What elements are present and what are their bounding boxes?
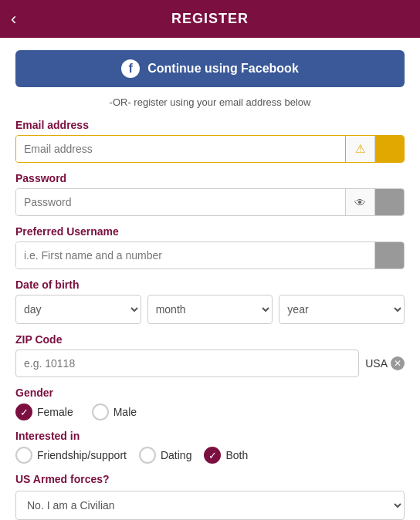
email-input[interactable]	[16, 136, 345, 162]
email-help-icon[interactable]	[374, 136, 404, 162]
gender-label: Gender	[15, 387, 405, 399]
email-warning-icon[interactable]: ⚠	[345, 136, 374, 162]
email-label: Email address	[15, 119, 405, 131]
form-content: f Continue using Facebook -OR- register …	[0, 38, 420, 520]
facebook-button[interactable]: f Continue using Facebook	[15, 50, 405, 87]
interested-friendship-option[interactable]: Friendship/support	[15, 447, 127, 464]
dob-label: Date of birth	[15, 279, 405, 291]
gender-female-label: Female	[37, 406, 73, 418]
gender-group: Female Male	[15, 404, 405, 420]
zip-input[interactable]	[15, 349, 359, 377]
interested-group: Friendship/support Dating Both	[15, 447, 405, 464]
zip-wrapper: USA ✕	[15, 349, 405, 377]
interested-dating-radio[interactable]	[139, 447, 156, 464]
dob-month-select[interactable]: month	[147, 295, 273, 324]
gender-female-option[interactable]: Female	[15, 404, 73, 420]
interested-dating-label: Dating	[161, 449, 191, 461]
zip-label: ZIP Code	[15, 333, 405, 346]
interested-friendship-radio[interactable]	[15, 447, 32, 464]
password-help-icon[interactable]	[374, 189, 404, 215]
interested-both-option[interactable]: Both	[204, 447, 248, 464]
dob-year-select[interactable]: year	[279, 295, 405, 324]
username-help-icon[interactable]	[374, 242, 404, 268]
zip-country-label: USA	[365, 357, 388, 370]
dob-row: day month year	[15, 295, 405, 324]
password-label: Password	[15, 172, 405, 184]
email-input-wrapper: ⚠	[15, 135, 405, 163]
or-text: -OR- register using your email address b…	[15, 96, 405, 108]
username-label: Preferred Username	[15, 225, 405, 238]
page-title: REGISTER	[171, 11, 249, 27]
armed-label: US Armed forces?	[15, 473, 405, 485]
interested-dating-option[interactable]: Dating	[139, 447, 191, 464]
page-header: ‹ REGISTER	[0, 0, 420, 38]
interested-label: Interested in	[15, 430, 405, 442]
gender-female-radio[interactable]	[15, 404, 32, 420]
back-button[interactable]: ‹	[11, 9, 16, 29]
gender-male-option[interactable]: Male	[92, 404, 137, 420]
interested-both-radio[interactable]	[204, 447, 221, 464]
gender-male-label: Male	[113, 406, 137, 418]
armed-select[interactable]: No. I am a Civilian Yes, Active Duty Yes…	[15, 491, 405, 520]
interested-both-label: Both	[225, 449, 248, 461]
username-input[interactable]	[16, 242, 374, 268]
interested-friendship-label: Friendship/support	[37, 449, 127, 461]
gender-male-radio[interactable]	[92, 404, 109, 420]
password-input[interactable]	[16, 189, 345, 215]
dob-day-select[interactable]: day	[15, 295, 141, 324]
password-eye-icon[interactable]: 👁	[345, 189, 374, 215]
username-input-wrapper	[15, 241, 405, 269]
facebook-button-label: Continue using Facebook	[147, 62, 299, 76]
zip-country-display: USA ✕	[365, 356, 405, 370]
facebook-icon: f	[121, 59, 140, 78]
zip-country-remove[interactable]: ✕	[391, 356, 405, 370]
password-input-wrapper: 👁	[15, 188, 405, 216]
